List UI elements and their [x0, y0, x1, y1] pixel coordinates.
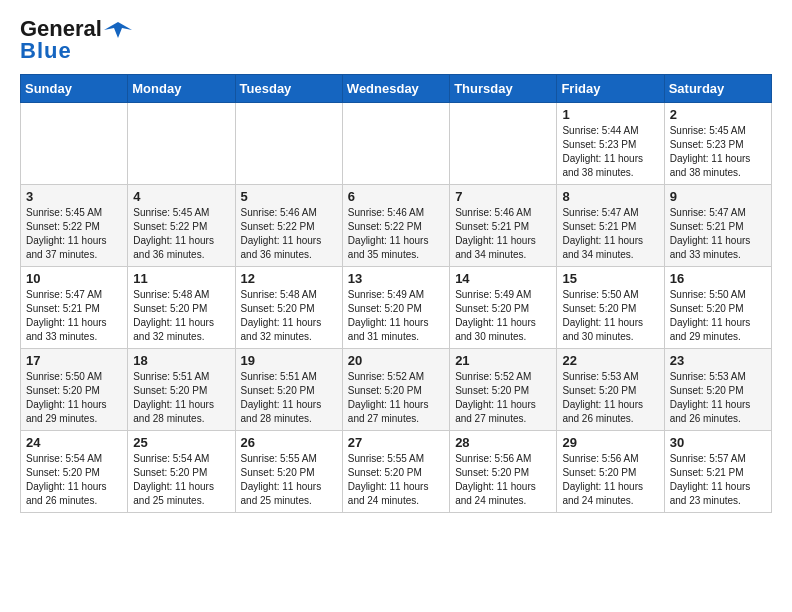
day-info: Sunrise: 5:52 AMSunset: 5:20 PMDaylight:…	[348, 371, 429, 424]
calendar-cell: 2Sunrise: 5:45 AMSunset: 5:23 PMDaylight…	[664, 103, 771, 185]
calendar-cell: 21Sunrise: 5:52 AMSunset: 5:20 PMDayligh…	[450, 349, 557, 431]
weekday-friday: Friday	[557, 75, 664, 103]
day-number: 29	[562, 435, 658, 450]
day-number: 20	[348, 353, 444, 368]
day-number: 5	[241, 189, 337, 204]
day-number: 19	[241, 353, 337, 368]
day-info: Sunrise: 5:54 AMSunset: 5:20 PMDaylight:…	[133, 453, 214, 506]
day-number: 3	[26, 189, 122, 204]
day-info: Sunrise: 5:51 AMSunset: 5:20 PMDaylight:…	[241, 371, 322, 424]
day-number: 14	[455, 271, 551, 286]
day-number: 13	[348, 271, 444, 286]
day-info: Sunrise: 5:56 AMSunset: 5:20 PMDaylight:…	[562, 453, 643, 506]
calendar-cell: 12Sunrise: 5:48 AMSunset: 5:20 PMDayligh…	[235, 267, 342, 349]
day-info: Sunrise: 5:49 AMSunset: 5:20 PMDaylight:…	[348, 289, 429, 342]
calendar-cell	[235, 103, 342, 185]
day-info: Sunrise: 5:47 AMSunset: 5:21 PMDaylight:…	[26, 289, 107, 342]
day-info: Sunrise: 5:56 AMSunset: 5:20 PMDaylight:…	[455, 453, 536, 506]
day-info: Sunrise: 5:50 AMSunset: 5:20 PMDaylight:…	[670, 289, 751, 342]
day-info: Sunrise: 5:57 AMSunset: 5:21 PMDaylight:…	[670, 453, 751, 506]
day-info: Sunrise: 5:45 AMSunset: 5:22 PMDaylight:…	[26, 207, 107, 260]
day-number: 27	[348, 435, 444, 450]
weekday-thursday: Thursday	[450, 75, 557, 103]
calendar-cell: 3Sunrise: 5:45 AMSunset: 5:22 PMDaylight…	[21, 185, 128, 267]
day-info: Sunrise: 5:47 AMSunset: 5:21 PMDaylight:…	[562, 207, 643, 260]
calendar: SundayMondayTuesdayWednesdayThursdayFrid…	[20, 74, 772, 513]
calendar-cell: 18Sunrise: 5:51 AMSunset: 5:20 PMDayligh…	[128, 349, 235, 431]
weekday-wednesday: Wednesday	[342, 75, 449, 103]
calendar-cell: 8Sunrise: 5:47 AMSunset: 5:21 PMDaylight…	[557, 185, 664, 267]
calendar-week-1: 1Sunrise: 5:44 AMSunset: 5:23 PMDaylight…	[21, 103, 772, 185]
day-number: 7	[455, 189, 551, 204]
day-info: Sunrise: 5:48 AMSunset: 5:20 PMDaylight:…	[133, 289, 214, 342]
day-info: Sunrise: 5:52 AMSunset: 5:20 PMDaylight:…	[455, 371, 536, 424]
day-number: 4	[133, 189, 229, 204]
day-info: Sunrise: 5:46 AMSunset: 5:22 PMDaylight:…	[348, 207, 429, 260]
day-info: Sunrise: 5:45 AMSunset: 5:22 PMDaylight:…	[133, 207, 214, 260]
calendar-cell: 4Sunrise: 5:45 AMSunset: 5:22 PMDaylight…	[128, 185, 235, 267]
day-number: 6	[348, 189, 444, 204]
day-number: 8	[562, 189, 658, 204]
weekday-sunday: Sunday	[21, 75, 128, 103]
day-info: Sunrise: 5:47 AMSunset: 5:21 PMDaylight:…	[670, 207, 751, 260]
calendar-cell: 11Sunrise: 5:48 AMSunset: 5:20 PMDayligh…	[128, 267, 235, 349]
calendar-week-4: 17Sunrise: 5:50 AMSunset: 5:20 PMDayligh…	[21, 349, 772, 431]
weekday-monday: Monday	[128, 75, 235, 103]
day-number: 9	[670, 189, 766, 204]
calendar-cell: 15Sunrise: 5:50 AMSunset: 5:20 PMDayligh…	[557, 267, 664, 349]
logo-bird-icon	[104, 20, 132, 40]
calendar-cell: 13Sunrise: 5:49 AMSunset: 5:20 PMDayligh…	[342, 267, 449, 349]
calendar-cell: 6Sunrise: 5:46 AMSunset: 5:22 PMDaylight…	[342, 185, 449, 267]
day-number: 10	[26, 271, 122, 286]
day-number: 26	[241, 435, 337, 450]
calendar-cell: 9Sunrise: 5:47 AMSunset: 5:21 PMDaylight…	[664, 185, 771, 267]
calendar-cell: 28Sunrise: 5:56 AMSunset: 5:20 PMDayligh…	[450, 431, 557, 513]
calendar-cell: 1Sunrise: 5:44 AMSunset: 5:23 PMDaylight…	[557, 103, 664, 185]
calendar-cell: 25Sunrise: 5:54 AMSunset: 5:20 PMDayligh…	[128, 431, 235, 513]
day-info: Sunrise: 5:53 AMSunset: 5:20 PMDaylight:…	[562, 371, 643, 424]
calendar-cell: 10Sunrise: 5:47 AMSunset: 5:21 PMDayligh…	[21, 267, 128, 349]
calendar-cell: 29Sunrise: 5:56 AMSunset: 5:20 PMDayligh…	[557, 431, 664, 513]
calendar-cell: 24Sunrise: 5:54 AMSunset: 5:20 PMDayligh…	[21, 431, 128, 513]
calendar-cell: 5Sunrise: 5:46 AMSunset: 5:22 PMDaylight…	[235, 185, 342, 267]
day-info: Sunrise: 5:50 AMSunset: 5:20 PMDaylight:…	[26, 371, 107, 424]
weekday-tuesday: Tuesday	[235, 75, 342, 103]
day-info: Sunrise: 5:50 AMSunset: 5:20 PMDaylight:…	[562, 289, 643, 342]
calendar-cell: 16Sunrise: 5:50 AMSunset: 5:20 PMDayligh…	[664, 267, 771, 349]
header: General Blue	[20, 16, 772, 64]
calendar-cell: 20Sunrise: 5:52 AMSunset: 5:20 PMDayligh…	[342, 349, 449, 431]
day-info: Sunrise: 5:49 AMSunset: 5:20 PMDaylight:…	[455, 289, 536, 342]
day-number: 17	[26, 353, 122, 368]
day-info: Sunrise: 5:44 AMSunset: 5:23 PMDaylight:…	[562, 125, 643, 178]
calendar-cell: 27Sunrise: 5:55 AMSunset: 5:20 PMDayligh…	[342, 431, 449, 513]
calendar-cell	[128, 103, 235, 185]
calendar-cell: 17Sunrise: 5:50 AMSunset: 5:20 PMDayligh…	[21, 349, 128, 431]
calendar-cell: 26Sunrise: 5:55 AMSunset: 5:20 PMDayligh…	[235, 431, 342, 513]
calendar-cell: 22Sunrise: 5:53 AMSunset: 5:20 PMDayligh…	[557, 349, 664, 431]
calendar-cell	[342, 103, 449, 185]
svg-marker-0	[104, 22, 132, 38]
weekday-header-row: SundayMondayTuesdayWednesdayThursdayFrid…	[21, 75, 772, 103]
weekday-saturday: Saturday	[664, 75, 771, 103]
page: General Blue SundayMondayTuesdayWednesda…	[0, 0, 792, 529]
logo: General Blue	[20, 16, 132, 64]
day-info: Sunrise: 5:45 AMSunset: 5:23 PMDaylight:…	[670, 125, 751, 178]
day-number: 23	[670, 353, 766, 368]
day-number: 11	[133, 271, 229, 286]
calendar-week-2: 3Sunrise: 5:45 AMSunset: 5:22 PMDaylight…	[21, 185, 772, 267]
calendar-week-3: 10Sunrise: 5:47 AMSunset: 5:21 PMDayligh…	[21, 267, 772, 349]
day-number: 1	[562, 107, 658, 122]
calendar-cell: 23Sunrise: 5:53 AMSunset: 5:20 PMDayligh…	[664, 349, 771, 431]
day-number: 21	[455, 353, 551, 368]
day-number: 12	[241, 271, 337, 286]
day-info: Sunrise: 5:46 AMSunset: 5:22 PMDaylight:…	[241, 207, 322, 260]
day-number: 24	[26, 435, 122, 450]
day-number: 18	[133, 353, 229, 368]
day-number: 25	[133, 435, 229, 450]
calendar-cell: 14Sunrise: 5:49 AMSunset: 5:20 PMDayligh…	[450, 267, 557, 349]
day-info: Sunrise: 5:55 AMSunset: 5:20 PMDaylight:…	[241, 453, 322, 506]
calendar-cell: 19Sunrise: 5:51 AMSunset: 5:20 PMDayligh…	[235, 349, 342, 431]
calendar-cell	[450, 103, 557, 185]
day-info: Sunrise: 5:51 AMSunset: 5:20 PMDaylight:…	[133, 371, 214, 424]
day-number: 16	[670, 271, 766, 286]
